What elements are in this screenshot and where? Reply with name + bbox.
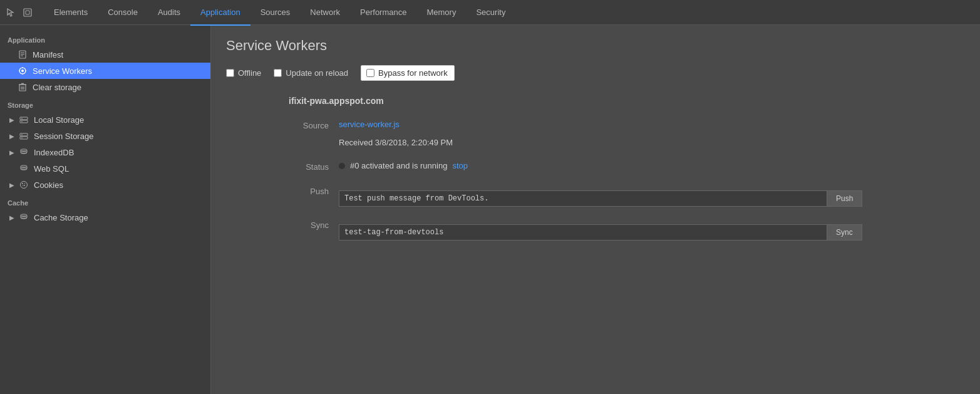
sidebar-item-session-storage[interactable]: ▶ Session Storage [0,128,210,144]
source-label: Source [289,116,339,134]
grid-spacer-1 [289,151,339,157]
sync-button[interactable]: Sync [827,224,862,241]
svg-rect-19 [20,120,28,123]
svg-point-36 [21,217,27,219]
svg-rect-18 [20,117,28,120]
sidebar-item-service-workers-label: Service Workers [33,66,92,76]
push-button[interactable]: Push [827,190,862,207]
svg-point-7 [21,70,24,72]
source-link[interactable]: service-worker.js [339,120,400,129]
svg-point-29 [21,168,27,170]
push-label: Push [289,182,339,200]
tab-sources[interactable]: Sources [250,1,301,26]
sidebar-item-cookies[interactable]: ▶ Cookies [0,177,210,193]
push-row: Push [339,185,965,212]
status-text: #0 activated and is running [350,161,447,170]
sync-value-container: Sync [339,215,965,249]
status-row: #0 activated and is running stop [339,161,965,170]
tab-network[interactable]: Network [300,1,350,26]
bypass-for-network-checkbox[interactable] [366,69,374,77]
offline-checkbox-item[interactable]: Offline [226,68,261,78]
cache-storage-icon [19,212,29,222]
offline-label: Offline [238,68,261,78]
sidebar-item-cache-storage[interactable]: ▶ Cache Storage [0,209,210,226]
push-value-container: Push [339,182,965,215]
tab-audits[interactable]: Audits [148,1,190,26]
offline-checkbox[interactable] [226,69,234,77]
arrow-icon-indexeddb: ▶ [8,148,16,157]
sidebar-section-cache: Cache [0,193,210,209]
sync-row: Sync [339,219,965,246]
sidebar-item-cache-storage-label: Cache Storage [34,213,88,222]
svg-point-26 [21,149,27,151]
received-value: Received 3/8/2018, 2:20:49 PM [339,134,965,151]
main-area: Application Manifest [0,25,980,394]
sidebar-item-session-storage-label: Session Storage [34,132,93,141]
tab-console[interactable]: Console [98,1,148,26]
tab-memory[interactable]: Memory [416,1,466,26]
arrow-icon-cookies: ▶ [8,180,16,189]
sidebar-section-application: Application [0,30,210,46]
web-sql-icon [19,163,29,174]
svg-point-30 [21,182,28,189]
bypass-for-network-label: Bypass for network [378,68,448,78]
push-input[interactable] [339,190,827,207]
svg-point-35 [21,214,27,216]
status-value: #0 activated and is running stop [339,157,965,174]
sidebar-item-manifest[interactable]: Manifest [0,46,210,63]
clear-storage-icon [18,82,28,92]
page-title: Service Workers [226,38,965,54]
sidebar-item-local-storage-label: Local Storage [34,115,84,125]
service-workers-icon [18,66,28,76]
manifest-icon [18,49,28,60]
sidebar-item-clear-storage-label: Clear storage [33,83,81,92]
sidebar-item-local-storage[interactable]: ▶ Local Storage [0,111,210,128]
local-storage-icon [19,115,29,125]
tab-elements[interactable]: Elements [44,1,98,26]
svg-rect-23 [20,137,28,139]
svg-rect-0 [24,9,31,16]
sidebar-section-storage: Storage [0,95,210,111]
toolbar-icons [5,6,34,19]
update-on-reload-label: Update on reload [286,68,348,78]
update-on-reload-checkbox-item[interactable]: Update on reload [274,68,348,78]
sidebar-item-clear-storage[interactable]: Clear storage [0,79,210,95]
tab-security[interactable]: Security [466,1,515,26]
bypass-for-network-wrapper: Bypass for network [361,65,455,81]
stop-link[interactable]: stop [452,161,468,170]
svg-point-34 [24,183,25,184]
session-storage-icon [19,131,29,141]
grid-spacer-3 [289,175,339,182]
received-label [289,134,339,143]
tab-bar: Elements Console Audits Application Sour… [0,0,980,25]
sidebar-item-web-sql-label: Web SQL [34,164,69,174]
sidebar-item-manifest-label: Manifest [33,50,63,60]
indexeddb-icon [19,147,29,157]
update-on-reload-checkbox[interactable] [274,69,282,77]
cookies-icon [19,180,29,190]
sidebar-item-indexeddb[interactable]: ▶ IndexedDB [0,144,210,160]
info-grid: Source service-worker.js Received 3/8/20… [289,116,965,249]
sidebar-item-indexeddb-label: IndexedDB [34,148,74,157]
svg-rect-22 [20,133,28,136]
content-panel: Service Workers Offline Update on reload… [211,25,980,394]
sync-input[interactable] [339,224,827,241]
status-label: Status [289,157,339,175]
checkbox-row: Offline Update on reload Bypass for netw… [226,65,965,81]
cursor-icon[interactable] [5,6,18,19]
grid-spacer-2 [339,151,965,157]
svg-rect-1 [26,11,29,14]
inspect-icon[interactable] [21,6,34,19]
svg-point-27 [21,152,27,153]
sidebar-item-web-sql[interactable]: Web SQL [0,160,210,177]
sidebar: Application Manifest [0,25,211,394]
arrow-icon-local-storage: ▶ [8,115,16,124]
arrow-icon-cache-storage: ▶ [8,213,16,222]
tab-application[interactable]: Application [190,1,250,26]
svg-point-33 [23,185,23,186]
tab-performance[interactable]: Performance [350,1,416,26]
source-value: service-worker.js [339,116,965,133]
svg-point-31 [22,183,23,184]
sidebar-item-cookies-label: Cookies [34,180,63,190]
sidebar-item-service-workers[interactable]: Service Workers [0,63,210,79]
